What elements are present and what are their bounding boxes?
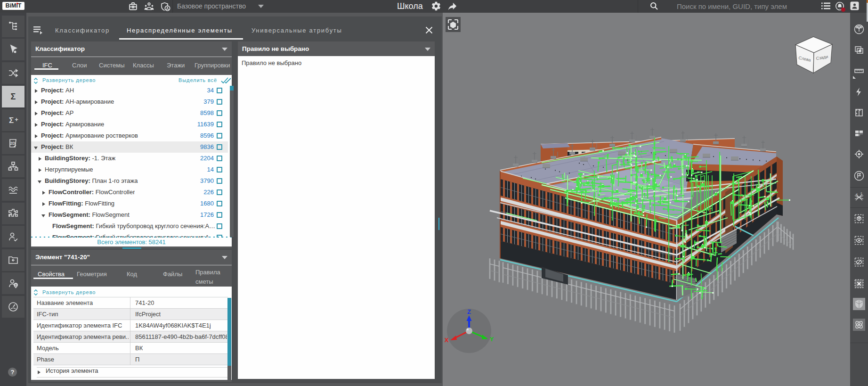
svg-text:Σ: Σ xyxy=(11,92,16,101)
svg-text:2: 2 xyxy=(860,192,862,195)
svg-text:2D: 2D xyxy=(10,141,16,146)
svg-text:Z: Z xyxy=(467,308,471,315)
svg-text:Y: Y xyxy=(490,336,494,343)
svg-text:X: X xyxy=(445,337,449,344)
svg-text:Σ: Σ xyxy=(9,116,14,125)
svg-text:+: + xyxy=(15,116,18,123)
svg-text:1: 1 xyxy=(856,193,858,196)
